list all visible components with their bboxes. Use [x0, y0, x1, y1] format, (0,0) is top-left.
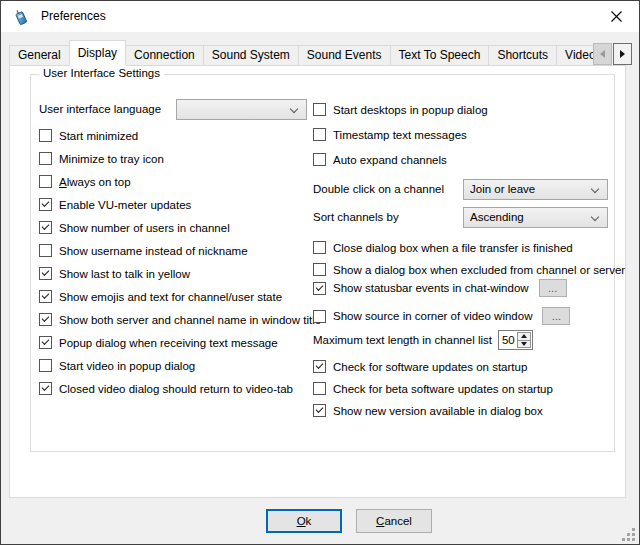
- tab-bar: General Display Connection Sound System …: [9, 40, 633, 66]
- start-minimized-checkbox[interactable]: [39, 129, 52, 142]
- statusbar-events-more-button[interactable]: ...: [539, 279, 567, 297]
- auto-expand-label: Auto expand channels: [333, 154, 447, 166]
- check-updates-checkbox[interactable]: [313, 360, 326, 373]
- double-click-row: Double click on a channel Join or leave: [313, 179, 625, 200]
- minimize-to-tray-checkbox[interactable]: [39, 152, 52, 165]
- timestamp-label: Timestamp text messages: [333, 129, 467, 141]
- tab-connection[interactable]: Connection: [125, 45, 204, 66]
- always-on-top-checkbox[interactable]: [39, 175, 52, 188]
- checkmark-icon: [42, 337, 50, 345]
- sort-channels-value: Ascending: [470, 211, 524, 223]
- tab-display[interactable]: Display: [69, 40, 126, 66]
- statusbar-events-label: Show statusbar events in chat-window: [333, 282, 529, 294]
- excluded-dialog-checkbox[interactable]: [313, 263, 326, 276]
- new-version-dialog-checkbox[interactable]: [313, 404, 326, 417]
- chevron-down-icon: [591, 185, 599, 193]
- window-title-label: Show both server and channel name in win…: [59, 314, 321, 326]
- user-count-checkbox[interactable]: [39, 221, 52, 234]
- close-on-transfer-label: Close dialog box when a file transfer is…: [333, 242, 573, 254]
- row-emojis[interactable]: Show emojis and text for channel/user st…: [39, 288, 307, 305]
- closed-video-return-label: Closed video dialog should return to vid…: [59, 383, 293, 395]
- titlebar[interactable]: Preferences: [1, 1, 639, 32]
- desktops-popup-checkbox[interactable]: [313, 103, 326, 116]
- row-user-count[interactable]: Show number of users in channel: [39, 219, 307, 236]
- tab-sound-events[interactable]: Sound Events: [298, 45, 391, 66]
- double-click-select[interactable]: Join or leave: [463, 179, 608, 200]
- window-title-checkbox[interactable]: [39, 313, 52, 326]
- cancel-button[interactable]: Cancel: [356, 509, 432, 533]
- show-username-checkbox[interactable]: [39, 244, 52, 257]
- row-new-version-dialog[interactable]: Show new version available in dialog box: [313, 402, 625, 419]
- start-minimized-label: Start minimized: [59, 130, 138, 142]
- last-talk-yellow-label: Show last to talk in yellow: [59, 268, 190, 280]
- arrow-left-icon: [600, 50, 605, 58]
- ok-button[interactable]: Ok: [266, 509, 342, 533]
- row-window-title[interactable]: Show both server and channel name in win…: [39, 311, 307, 328]
- check-updates-label: Check for software updates on startup: [333, 361, 527, 373]
- video-source-checkbox[interactable]: [313, 310, 326, 323]
- triangle-up-icon: [521, 334, 527, 338]
- vu-meter-checkbox[interactable]: [39, 198, 52, 211]
- checkmark-icon: [42, 383, 50, 391]
- popup-text-message-label: Popup dialog when receiving text message: [59, 337, 278, 349]
- max-text-length-spinner[interactable]: 50: [498, 330, 533, 350]
- check-beta-updates-checkbox[interactable]: [313, 382, 326, 395]
- row-closed-video-return[interactable]: Closed video dialog should return to vid…: [39, 380, 307, 397]
- spin-up-button[interactable]: [518, 333, 530, 341]
- minimize-to-tray-label: Minimize to tray icon: [59, 153, 164, 165]
- row-check-updates[interactable]: Check for software updates on startup: [313, 358, 625, 375]
- tab-scroll-left-button[interactable]: [593, 43, 612, 65]
- triangle-down-icon: [521, 342, 527, 346]
- sort-channels-select[interactable]: Ascending: [463, 207, 608, 228]
- excluded-dialog-label: Show a dialog box when excluded from cha…: [333, 264, 625, 276]
- row-auto-expand[interactable]: Auto expand channels: [313, 151, 625, 168]
- tab-general[interactable]: General: [9, 45, 70, 66]
- row-timestamp[interactable]: Timestamp text messages: [313, 126, 625, 143]
- video-source-row[interactable]: Show source in corner of video window ..…: [313, 306, 625, 326]
- tab-text-to-speech[interactable]: Text To Speech: [390, 45, 490, 66]
- row-desktops-popup[interactable]: Start desktops in popup dialog: [313, 101, 625, 118]
- checkmark-icon: [42, 268, 50, 276]
- app-icon: [12, 8, 30, 26]
- close-button[interactable]: [594, 1, 639, 32]
- arrow-right-icon: [620, 50, 625, 58]
- statusbar-events-checkbox[interactable]: [313, 282, 326, 295]
- row-minimize-to-tray[interactable]: Minimize to tray icon: [39, 150, 307, 167]
- tab-sound-system[interactable]: Sound System: [203, 45, 299, 66]
- spin-down-button[interactable]: [518, 341, 530, 348]
- video-popup-checkbox[interactable]: [39, 359, 52, 372]
- auto-expand-checkbox[interactable]: [313, 153, 326, 166]
- row-show-username[interactable]: Show username instead of nickname: [39, 242, 307, 259]
- row-popup-text-message[interactable]: Popup dialog when receiving text message: [39, 334, 307, 351]
- statusbar-events-row[interactable]: Show statusbar events in chat-window ...: [313, 278, 625, 298]
- last-talk-yellow-checkbox[interactable]: [39, 267, 52, 280]
- tab-shortcuts[interactable]: Shortcuts: [488, 45, 557, 66]
- row-always-on-top[interactable]: Always on top: [39, 173, 307, 190]
- max-text-length-label: Maximum text length in channel list: [313, 334, 492, 346]
- row-start-minimized[interactable]: Start minimized: [39, 127, 307, 144]
- resize-grip-icon[interactable]: [622, 528, 636, 542]
- row-excluded-dialog[interactable]: Show a dialog box when excluded from cha…: [313, 261, 625, 278]
- row-video-popup[interactable]: Start video in popup dialog: [39, 357, 307, 374]
- emojis-checkbox[interactable]: [39, 290, 52, 303]
- checkmark-icon: [42, 199, 50, 207]
- close-on-transfer-checkbox[interactable]: [313, 241, 326, 254]
- closed-video-return-checkbox[interactable]: [39, 382, 52, 395]
- chevron-down-icon: [290, 105, 298, 113]
- row-last-talk-yellow[interactable]: Show last to talk in yellow: [39, 265, 307, 282]
- popup-text-message-checkbox[interactable]: [39, 336, 52, 349]
- double-click-value: Join or leave: [470, 183, 535, 195]
- video-source-more-button[interactable]: ...: [542, 307, 570, 325]
- row-vu-meter[interactable]: Enable VU-meter updates: [39, 196, 307, 213]
- timestamp-checkbox[interactable]: [313, 128, 326, 141]
- row-check-beta-updates[interactable]: Check for beta software updates on start…: [313, 380, 625, 397]
- tab-scroll-right-button[interactable]: [613, 43, 632, 65]
- user-count-label: Show number of users in channel: [59, 222, 230, 234]
- checkmark-icon: [42, 222, 50, 230]
- row-close-on-transfer[interactable]: Close dialog box when a file transfer is…: [313, 239, 625, 256]
- language-select[interactable]: [176, 99, 307, 120]
- left-column: User interface language Start minimized …: [39, 99, 307, 403]
- preferences-dialog: Preferences General Display Connection S…: [0, 0, 640, 545]
- sort-channels-row: Sort channels by Ascending: [313, 207, 625, 228]
- new-version-dialog-label: Show new version available in dialog box: [333, 405, 543, 417]
